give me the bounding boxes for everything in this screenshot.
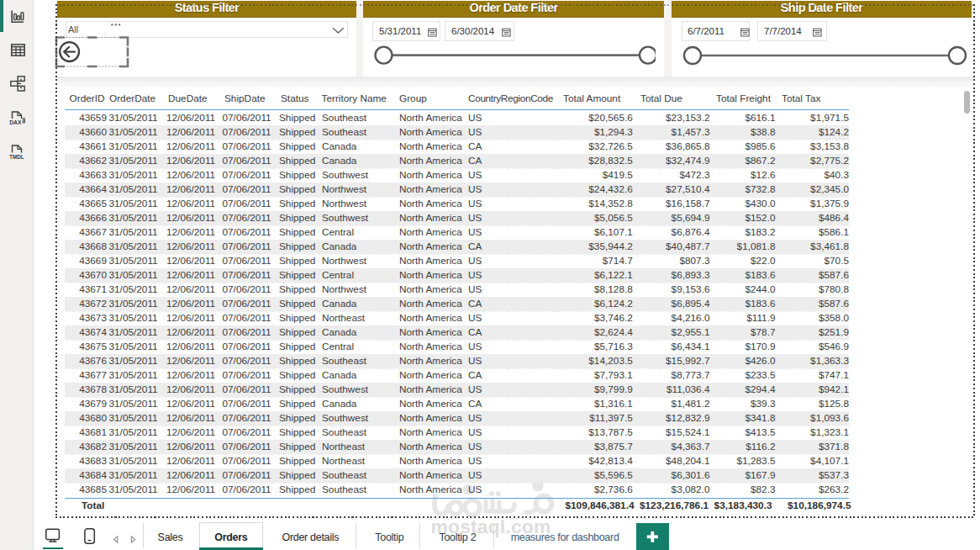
svg-text:TMDL: TMDL: [9, 154, 24, 160]
svg-text:DAX: DAX: [9, 119, 22, 124]
